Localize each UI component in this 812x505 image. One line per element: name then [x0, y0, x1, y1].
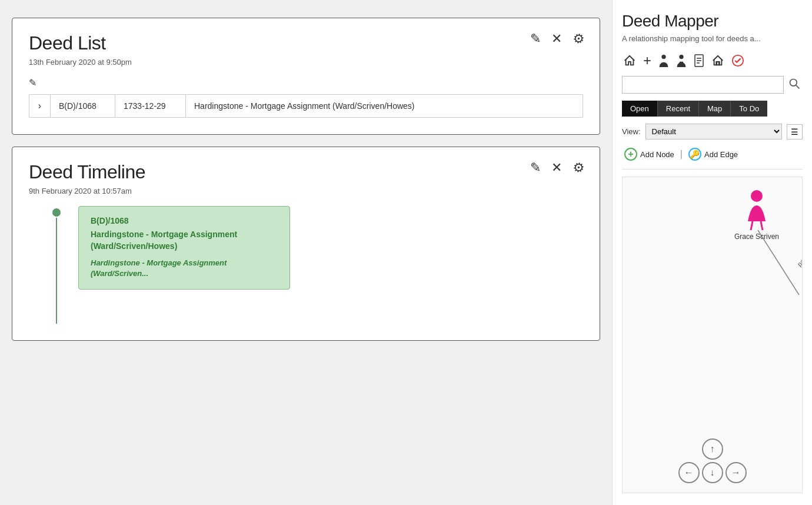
svg-point-0 [661, 55, 665, 59]
svg-line-12 [751, 221, 753, 230]
edge-party-label: party [796, 252, 803, 268]
search-input[interactable] [622, 76, 784, 94]
add-separator: | [680, 149, 683, 160]
add-node-plus-icon: + [624, 148, 637, 161]
table-row: › B(D)/1068 1733-12-29 Hardingstone - Mo… [29, 95, 583, 118]
sidebar-icon-row: + [622, 52, 803, 69]
view-row: View: Default Compact Expanded ☰ [622, 124, 803, 139]
sidebar-subtitle: A relationship mapping tool for deeds a.… [622, 34, 803, 43]
nav-right-button[interactable]: → [726, 462, 747, 483]
deed-list-toolbar: ✎ ✕ ⚙ [529, 31, 585, 46]
nav-map-button[interactable]: Map [699, 101, 731, 117]
timeline-card: B(D)/1068 Hardingstone - Mortgage Assign… [78, 206, 290, 290]
deed-list-panel: Deed List 13th February 2020 at 9:50pm ✎… [12, 18, 600, 135]
nav-down-button[interactable]: ↓ [702, 462, 723, 483]
timeline-vertical-line [56, 218, 57, 324]
row-ref: B(D)/1068 [51, 95, 115, 118]
graph-node-grace-scriven[interactable]: Grace Scriven [734, 189, 779, 241]
view-list-button[interactable]: ☰ [787, 124, 803, 139]
female-person-icon[interactable] [675, 53, 688, 68]
add-icon[interactable]: + [642, 52, 653, 69]
male-person-icon[interactable] [657, 53, 670, 68]
graph-area[interactable]: Grace Scriven party ↑ ← ↓ → [622, 177, 803, 493]
home2-icon[interactable] [710, 53, 726, 68]
main-area: Deed List 13th February 2020 at 9:50pm ✎… [0, 0, 612, 505]
add-node-button[interactable]: + Add Node [622, 147, 677, 162]
svg-point-11 [751, 190, 763, 202]
right-sidebar: Deed Mapper A relationship mapping tool … [612, 0, 812, 505]
deed-list-close-button[interactable]: ✕ [550, 31, 563, 46]
svg-point-1 [679, 55, 683, 59]
sidebar-title: Deed Mapper [622, 12, 803, 31]
timeline-card-ref: B(D)/1068 [91, 216, 278, 225]
timeline-line [52, 206, 61, 324]
nav-open-button[interactable]: Open [622, 101, 658, 117]
timeline-card-subtitle: Hardingstone - Mortgage Assignment (Ward… [91, 258, 278, 279]
deed-timeline-close-button[interactable]: ✕ [550, 160, 563, 175]
deed-list-title: Deed List [29, 32, 583, 54]
document-icon[interactable] [693, 53, 705, 68]
red-check-icon[interactable] [730, 53, 746, 68]
row-expand-arrow[interactable]: › [29, 95, 51, 118]
deed-timeline-edit-button[interactable]: ✎ [529, 160, 542, 175]
timeline-dot [52, 208, 61, 217]
add-edge-label: Add Edge [704, 150, 738, 159]
deed-list-subtitle: 13th February 2020 at 9:50pm [29, 58, 583, 67]
add-edge-key-icon: 🔑 [688, 148, 701, 161]
svg-line-9 [796, 85, 800, 88]
row-date: 1733-12-29 [115, 95, 186, 118]
svg-point-8 [790, 79, 797, 86]
deed-list-edit-small[interactable]: ✎ [29, 77, 36, 88]
search-button[interactable] [786, 77, 803, 94]
row-description: Hardingstone - Mortgage Assignment (Ward… [186, 95, 583, 118]
nav-controls: ↑ ← ↓ → [678, 438, 747, 483]
view-label: View: [622, 127, 641, 136]
svg-rect-6 [716, 62, 720, 65]
timeline-wrapper: B(D)/1068 Hardingstone - Mortgage Assign… [29, 206, 583, 324]
nav-up-button[interactable]: ↑ [702, 438, 723, 460]
view-select[interactable]: Default Compact Expanded [645, 124, 782, 139]
deed-list-settings-button[interactable]: ⚙ [568, 28, 588, 49]
nav-left-button[interactable]: ← [678, 462, 700, 483]
deed-timeline-panel: Deed Timeline 9th February 2020 at 10:57… [12, 147, 600, 341]
timeline-card-title: Hardingstone - Mortgage Assignment (Ward… [91, 229, 278, 252]
deed-list-table: › B(D)/1068 1733-12-29 Hardingstone - Mo… [29, 94, 583, 118]
search-row [622, 76, 803, 94]
nav-recent-button[interactable]: Recent [658, 101, 699, 117]
svg-line-13 [761, 221, 763, 230]
deed-list-edit-button[interactable]: ✎ [529, 31, 542, 46]
deed-timeline-subtitle: 9th February 2020 at 10:57am [29, 187, 583, 195]
person-female-icon [742, 189, 771, 230]
nav-todo-button[interactable]: To Do [731, 101, 767, 117]
add-actions-row: + Add Node | 🔑 Add Edge [622, 147, 803, 170]
house-icon[interactable] [622, 53, 637, 68]
add-edge-button[interactable]: 🔑 Add Edge [686, 147, 740, 162]
grace-scriven-label: Grace Scriven [734, 232, 779, 241]
deed-timeline-toolbar: ✎ ✕ ⚙ [529, 160, 585, 175]
nav-buttons: Open Recent Map To Do [622, 101, 803, 117]
add-node-label: Add Node [640, 150, 674, 159]
deed-timeline-settings-button[interactable]: ⚙ [568, 157, 588, 178]
deed-timeline-title: Deed Timeline [29, 161, 583, 183]
